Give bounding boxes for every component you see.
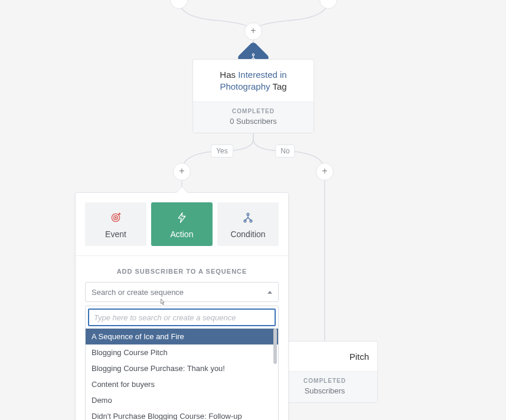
status-label: COMPLETED <box>277 378 373 384</box>
branch-icon <box>221 211 275 225</box>
subscriber-count: 0 Subscribers <box>198 117 309 126</box>
sequence-option[interactable]: Blogging Course Pitch <box>86 344 278 360</box>
condition-node-card[interactable]: Has Interested in Photography Tag COMPLE… <box>192 59 314 133</box>
add-step-yes-button[interactable]: + <box>173 163 191 181</box>
type-event-label: Event <box>89 229 143 239</box>
condition-footer: COMPLETED 0 Subscribers <box>193 101 314 133</box>
type-condition-label: Condition <box>221 229 275 239</box>
lightning-icon <box>155 211 209 225</box>
sequence-option[interactable]: Demo <box>86 392 278 408</box>
sequence-option[interactable]: A Sequence of Ice and Fire <box>86 329 278 344</box>
type-event-button[interactable]: Event <box>85 202 146 246</box>
sequence-select-placeholder: Search or create sequence <box>92 288 184 297</box>
condition-prefix: Has <box>220 70 238 80</box>
caret-up-icon <box>267 291 272 294</box>
status-label: COMPLETED <box>198 108 309 114</box>
branch-label-no: No <box>275 145 295 158</box>
type-condition-button[interactable]: Condition <box>217 202 279 246</box>
branch-label-yes: Yes <box>211 145 233 158</box>
condition-title: Has Interested in Photography Tag <box>193 60 314 101</box>
sequence-search-input[interactable] <box>88 309 276 326</box>
sequence-option-list: A Sequence of Ice and Fire Blogging Cour… <box>86 329 278 420</box>
sequence-option[interactable]: Blogging Course Purchase: Thank you! <box>86 360 278 376</box>
add-step-no-button[interactable]: + <box>316 163 334 181</box>
sequence-option[interactable]: Didn't Purchase Blogging Course: Follow-… <box>86 408 278 420</box>
add-step-popover: Event Action Condition ADD SUBSCRIBER <box>75 192 289 420</box>
target-icon <box>89 211 143 225</box>
type-action-label: Action <box>155 229 209 239</box>
svg-point-5 <box>115 217 116 218</box>
svg-point-6 <box>247 213 249 215</box>
prev-node-right <box>319 0 337 9</box>
sequence-dropdown: A Sequence of Ice and Fire Blogging Cour… <box>85 306 279 420</box>
step-type-tabs: Event Action Condition <box>76 193 288 256</box>
sequence-select[interactable]: Search or create sequence <box>85 282 279 302</box>
type-action-button[interactable]: Action <box>151 202 213 246</box>
dropdown-scrollbar[interactable] <box>273 329 277 364</box>
subscriber-count: Subscribers <box>277 386 373 395</box>
sequence-option[interactable]: Content for buyers <box>86 376 278 392</box>
add-step-button[interactable]: + <box>244 22 262 40</box>
svg-point-8 <box>250 220 252 222</box>
svg-point-0 <box>252 54 254 55</box>
sequence-card-title: Pitch <box>350 352 369 362</box>
action-section-title: ADD SUBSCRIBER TO A SEQUENCE <box>76 256 288 282</box>
prev-node-left <box>170 0 188 9</box>
svg-point-7 <box>244 220 246 222</box>
condition-suffix: Tag <box>270 81 286 91</box>
